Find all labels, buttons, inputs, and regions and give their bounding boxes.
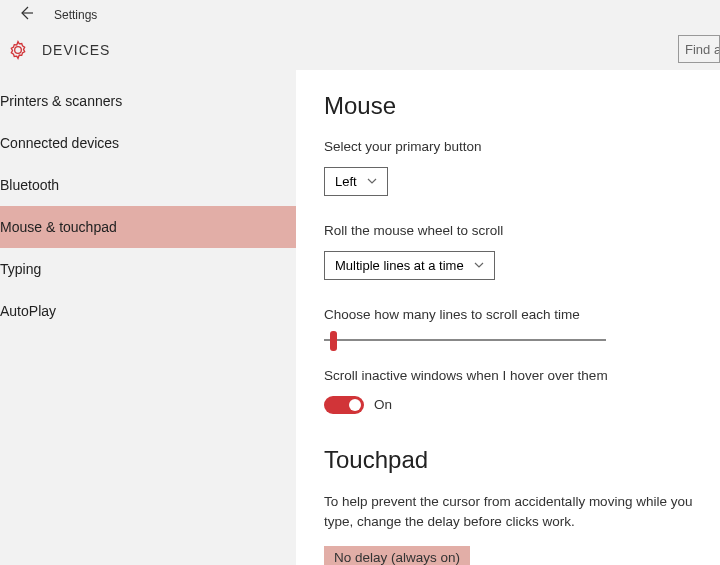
slider-thumb[interactable] [330,331,337,351]
sidebar-item-autoplay[interactable]: AutoPlay [0,290,296,332]
primary-button-dropdown[interactable]: Left [324,167,388,196]
section-title-mouse: Mouse [324,92,708,120]
chevron-down-icon [474,260,484,270]
lines-scroll-label: Choose how many lines to scroll each tim… [324,306,708,325]
inactive-windows-toggle[interactable] [324,396,364,414]
touchpad-delay-dropdown[interactable]: No delay (always on) [324,546,470,565]
scroll-wheel-value: Multiple lines at a time [335,258,464,273]
section-title-touchpad: Touchpad [324,446,708,474]
sidebar-item-mouse-touchpad[interactable]: Mouse & touchpad [0,206,296,248]
lines-scroll-slider[interactable] [324,339,606,341]
search-placeholder: Find a [685,42,720,57]
gear-icon [8,40,28,60]
primary-button-label: Select your primary button [324,138,708,157]
scroll-wheel-dropdown[interactable]: Multiple lines at a time [324,251,495,280]
content: Mouse Select your primary button Left Ro… [296,70,720,565]
sidebar-item-bluetooth[interactable]: Bluetooth [0,164,296,206]
back-button[interactable] [12,3,40,27]
sidebar-item-printers[interactable]: Printers & scanners [0,80,296,122]
chevron-down-icon [367,176,377,186]
category-title: DEVICES [42,42,110,58]
inactive-windows-toggle-row: On [324,396,708,414]
toggle-knob [349,399,361,411]
search-input[interactable]: Find a [678,35,720,63]
main: Printers & scanners Connected devices Bl… [0,70,720,565]
header: DEVICES Find a [0,30,720,70]
inactive-windows-label: Scroll inactive windows when I hover ove… [324,367,708,386]
window-title: Settings [54,8,97,22]
touchpad-delay-value: No delay (always on) [334,550,460,565]
inactive-windows-toggle-label: On [374,397,392,412]
scroll-wheel-label: Roll the mouse wheel to scroll [324,222,708,241]
touchpad-description: To help prevent the cursor from accident… [324,492,708,533]
sidebar-item-connected-devices[interactable]: Connected devices [0,122,296,164]
primary-button-value: Left [335,174,357,189]
arrow-left-icon [18,5,34,21]
titlebar: Settings [0,0,720,30]
sidebar: Printers & scanners Connected devices Bl… [0,70,296,565]
sidebar-item-typing[interactable]: Typing [0,248,296,290]
